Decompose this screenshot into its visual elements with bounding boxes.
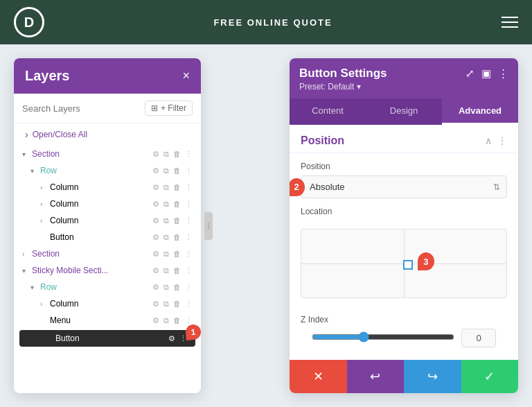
tab-content[interactable]: Content <box>290 98 366 125</box>
more-icon[interactable]: ⋮ <box>185 216 193 225</box>
more-icon[interactable]: ⋮ <box>185 166 193 175</box>
delete-icon[interactable]: 🗑 <box>173 316 181 324</box>
tree-item-button2-selected[interactable]: Button ⚙ ⋮ 1 <box>19 330 195 347</box>
more-icon[interactable]: ⋮ <box>185 266 193 275</box>
badge-2: 2 <box>290 178 305 196</box>
zindex-label: Z Index <box>301 315 507 324</box>
settings-icon[interactable]: ⚙ <box>152 150 159 159</box>
layers-search-bar: ⊞ + Filter <box>14 94 201 123</box>
tree-item-sticky-section[interactable]: ▾ Sticky Mobile Secti... ⚙ ⧉ 🗑 ⋮ <box>14 262 201 279</box>
preset-selector[interactable]: Preset: Default ▾ <box>299 82 508 92</box>
tree-item-row1[interactable]: ▾ Row ⚙ ⧉ 🗑 ⋮ <box>14 162 201 179</box>
duplicate-icon[interactable]: ⧉ <box>163 266 169 275</box>
more-icon[interactable]: ⋮ <box>185 300 193 309</box>
settings-icon[interactable]: ⚙ <box>152 166 159 175</box>
layers-header: Layers × <box>14 58 201 94</box>
close-icon[interactable]: × <box>182 69 190 83</box>
settings-header-actions: ⤢ ▣ ⋮ <box>466 67 508 80</box>
duplicate-icon[interactable]: ⧉ <box>163 216 169 225</box>
position-indicator[interactable] <box>403 260 413 270</box>
delete-icon[interactable]: 🗑 <box>173 250 181 258</box>
badge-3: 3 <box>418 252 434 270</box>
more-icon[interactable]: ⋮ <box>185 283 193 292</box>
more-icon[interactable]: ⋮ <box>185 200 193 209</box>
location-grid[interactable]: 3 <box>301 229 507 298</box>
undo-button[interactable]: ↩ <box>347 360 405 393</box>
hamburger-menu[interactable] <box>502 17 518 28</box>
settings-icon[interactable]: ⚙ <box>152 316 159 325</box>
duplicate-icon[interactable]: ⧉ <box>163 166 169 175</box>
settings-icon[interactable]: ⚙ <box>152 183 159 192</box>
tab-advanced[interactable]: Advanced <box>442 98 518 125</box>
duplicate-icon[interactable]: ⧉ <box>163 250 169 259</box>
nav-title: FREE ONLINE QUOTE <box>213 17 332 28</box>
layers-panel: Layers × ⊞ + Filter Open/Close All ▾ Sec… <box>14 58 201 393</box>
more-icon[interactable]: ⋮ <box>185 183 193 192</box>
more-icon[interactable]: ⋮ <box>185 233 193 242</box>
tree-item-col3[interactable]: › Column ⚙ ⧉ 🗑 ⋮ <box>14 212 201 229</box>
tree-item-row2[interactable]: ▾ Row ⚙ ⧉ 🗑 ⋮ <box>14 279 201 295</box>
duplicate-icon[interactable]: ⧉ <box>163 316 169 325</box>
location-label: Location <box>301 207 507 216</box>
tab-design[interactable]: Design <box>366 98 442 125</box>
tree-item-col4[interactable]: › Column ⚙ ⧉ 🗑 ⋮ <box>14 295 201 312</box>
duplicate-icon[interactable]: ⧉ <box>163 200 169 209</box>
cancel-button[interactable]: ✕ <box>290 360 347 393</box>
filter-button[interactable]: ⊞ + Filter <box>145 101 193 116</box>
more-icon[interactable]: ⋮ <box>185 150 193 159</box>
location-field-group: Location <box>290 207 518 229</box>
collapse-icon[interactable]: ∧ <box>485 135 492 146</box>
expand-arrow: ▾ <box>22 150 32 158</box>
tree-item-section1[interactable]: ▾ Section ⚙ ⧉ 🗑 ⋮ <box>14 146 201 162</box>
more-icon[interactable]: ⋮ <box>185 316 193 325</box>
tree-item-col1[interactable]: › Column ⚙ ⧉ 🗑 ⋮ <box>14 179 201 196</box>
item-label: Column <box>50 216 152 225</box>
duplicate-icon[interactable]: ⧉ <box>163 183 169 192</box>
delete-icon[interactable]: 🗑 <box>173 233 181 241</box>
expand-arrow: › <box>40 217 50 225</box>
duplicate-icon[interactable]: ⧉ <box>163 283 169 292</box>
save-button[interactable]: ✓ <box>461 360 519 393</box>
settings-icon[interactable]: ⚙ <box>152 266 159 275</box>
duplicate-icon[interactable]: ⧉ <box>163 300 169 309</box>
settings-icon[interactable]: ⚙ <box>152 283 159 292</box>
settings-icon[interactable]: ⚙ <box>168 334 175 343</box>
panel-resize-handle[interactable]: | <box>204 212 213 240</box>
delete-icon[interactable]: 🗑 <box>173 216 181 225</box>
search-input[interactable] <box>22 103 139 114</box>
settings-icon[interactable]: ⚙ <box>152 300 159 309</box>
duplicate-icon[interactable]: ⧉ <box>163 233 169 242</box>
tree-item-button1[interactable]: Button ⚙ ⧉ 🗑 ⋮ <box>14 229 201 245</box>
expand-arrow: › <box>40 200 50 208</box>
delete-icon[interactable]: 🗑 <box>173 283 181 291</box>
tree-item-menu[interactable]: Menu ⚙ ⧉ 🗑 ⋮ <box>14 312 201 329</box>
settings-icon[interactable]: ⚙ <box>152 233 159 242</box>
redo-button[interactable]: ↪ <box>404 360 461 393</box>
more-options-icon[interactable]: ⋮ <box>498 67 508 80</box>
settings-icon[interactable]: ⚙ <box>152 200 159 209</box>
delete-icon[interactable]: 🗑 <box>173 166 181 175</box>
delete-icon[interactable]: 🗑 <box>173 200 181 208</box>
more-icon[interactable]: ⋮ <box>497 135 507 146</box>
position-select[interactable]: Default Absolute Fixed Relative <box>301 175 507 198</box>
settings-icon[interactable]: ⚙ <box>152 250 159 259</box>
filter-icon: ⊞ <box>151 103 158 113</box>
tree-item-section2[interactable]: › Section ⚙ ⧉ 🗑 ⋮ <box>14 245 201 262</box>
settings-icon[interactable]: ⚙ <box>152 216 159 225</box>
position-field-group: Position Default Absolute Fixed Relative… <box>290 153 518 207</box>
open-close-all[interactable]: Open/Close All <box>14 123 201 146</box>
zindex-slider[interactable] <box>312 331 454 343</box>
sidebar-icon[interactable]: ▣ <box>481 67 491 80</box>
more-icon[interactable]: ⋮ <box>185 250 193 259</box>
item-label: Column <box>50 299 152 309</box>
delete-icon[interactable]: 🗑 <box>173 150 181 158</box>
expand-icon[interactable]: ⤢ <box>466 67 475 80</box>
item-label: Button <box>55 334 168 343</box>
duplicate-icon[interactable]: ⧉ <box>163 150 169 159</box>
delete-icon[interactable]: 🗑 <box>173 300 181 308</box>
delete-icon[interactable]: 🗑 <box>173 266 181 275</box>
tree-item-col2[interactable]: › Column ⚙ ⧉ 🗑 ⋮ <box>14 196 201 212</box>
settings-body: Position ∧ ⋮ Position Default Absolute F… <box>290 125 518 360</box>
delete-icon[interactable]: 🗑 <box>173 183 181 191</box>
expand-arrow: ▾ <box>30 284 40 291</box>
